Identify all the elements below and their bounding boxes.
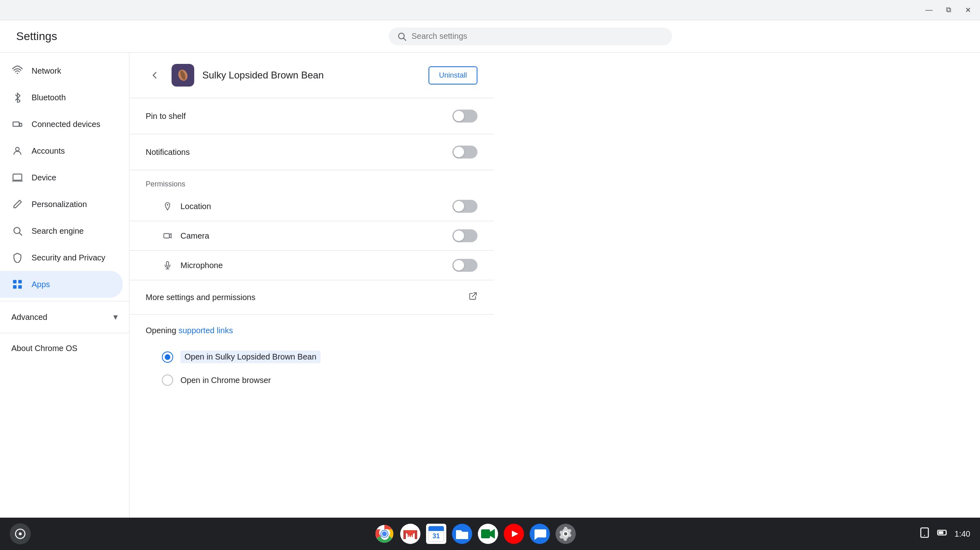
taskbar-app-chrome[interactable] xyxy=(373,522,396,545)
camera-label: Camera xyxy=(180,231,209,241)
svg-line-1 xyxy=(404,38,406,40)
battery-icon[interactable] xyxy=(937,527,948,541)
sidebar-item-bluetooth[interactable]: Bluetooth xyxy=(0,84,123,111)
svg-point-44 xyxy=(924,535,925,536)
radio-dot-app xyxy=(165,354,170,360)
search-bar[interactable] xyxy=(389,28,672,45)
sidebar-item-device[interactable]: Device xyxy=(0,164,123,191)
taskbar-app-youtube[interactable] xyxy=(503,522,525,545)
devices-icon xyxy=(11,118,23,130)
header: Settings xyxy=(0,20,980,53)
close-button[interactable]: ✕ xyxy=(962,4,974,16)
radio-circle-app xyxy=(162,351,173,363)
svg-line-8 xyxy=(19,233,22,235)
sidebar-divider xyxy=(0,301,129,301)
taskbar-app-files[interactable] xyxy=(451,522,473,545)
svg-rect-46 xyxy=(939,531,944,534)
sidebar-item-about[interactable]: About Chrome OS xyxy=(0,336,123,360)
window-controls: — ⧉ ✕ xyxy=(923,4,974,16)
svg-rect-38 xyxy=(481,529,490,538)
search-engine-icon xyxy=(11,225,23,237)
more-settings-label: More settings and permissions xyxy=(146,293,255,302)
toggle-thumb-location xyxy=(454,201,464,212)
main-content: Sulky Lopsided Brown Bean Uninstall Pin … xyxy=(129,53,980,518)
content-area: Network Bluetooth Con xyxy=(0,53,980,518)
sidebar-item-advanced[interactable]: Advanced ▾ xyxy=(0,305,129,330)
taskbar-app-meet[interactable] xyxy=(477,522,499,545)
sidebar-label-apps: Apps xyxy=(32,280,50,289)
pin-to-shelf-label: Pin to shelf xyxy=(146,112,186,121)
sidebar: Network Bluetooth Con xyxy=(0,53,129,518)
sidebar-item-network[interactable]: Network xyxy=(0,57,123,84)
taskbar-app-gmail[interactable]: M xyxy=(399,522,422,545)
radio-open-in-app[interactable]: Open in Sulky Lopsided Brown Bean xyxy=(146,345,477,369)
sidebar-item-security-privacy[interactable]: Security and Privacy xyxy=(0,244,123,271)
wifi-icon xyxy=(11,65,23,77)
app-name-heading: Sulky Lopsided Brown Bean xyxy=(202,70,428,81)
toggle-thumb-microphone xyxy=(454,260,464,271)
sidebar-label-search-engine: Search engine xyxy=(32,226,84,236)
pin-to-shelf-toggle[interactable] xyxy=(452,110,477,123)
microphone-permission-row: Microphone xyxy=(129,251,494,280)
sidebar-label-device: Device xyxy=(32,173,56,182)
back-button[interactable] xyxy=(146,66,163,84)
svg-text:31: 31 xyxy=(433,533,440,539)
sidebar-item-search-engine[interactable]: Search engine xyxy=(0,218,123,244)
supported-links-link[interactable]: supported links xyxy=(178,326,233,335)
notifications-label: Notifications xyxy=(146,148,190,157)
radio-open-in-chrome[interactable]: Open in Chrome browser xyxy=(146,369,477,391)
person-icon xyxy=(11,145,23,157)
svg-point-22 xyxy=(19,533,22,535)
location-icon xyxy=(162,202,173,211)
toggle-thumb-pin xyxy=(454,111,464,121)
minimize-button[interactable]: — xyxy=(923,4,935,16)
taskbar-app-calendar[interactable]: 31 xyxy=(425,522,448,545)
sidebar-label-about: About Chrome OS xyxy=(11,344,77,353)
svg-rect-4 xyxy=(19,123,21,127)
camera-icon xyxy=(162,231,173,240)
svg-rect-18 xyxy=(166,262,169,266)
svg-rect-9 xyxy=(13,280,17,283)
svg-point-42 xyxy=(564,532,567,535)
launcher-button[interactable] xyxy=(10,523,31,544)
notifications-toggle[interactable] xyxy=(452,146,477,159)
radio-label-chrome: Open in Chrome browser xyxy=(180,376,271,385)
titlebar: — ⧉ ✕ xyxy=(0,0,980,20)
svg-text:M: M xyxy=(407,531,413,539)
taskbar-left xyxy=(10,523,31,544)
taskbar-time: 1:40 xyxy=(955,529,970,539)
taskbar-app-settings[interactable] xyxy=(554,522,577,545)
microphone-toggle[interactable] xyxy=(452,259,477,272)
pin-to-shelf-row: Pin to shelf xyxy=(129,98,494,134)
sidebar-item-connected-devices[interactable]: Connected devices xyxy=(0,111,123,138)
shield-icon xyxy=(11,252,23,264)
microphone-icon xyxy=(162,261,173,270)
search-input[interactable] xyxy=(412,32,664,41)
svg-rect-10 xyxy=(18,280,22,283)
svg-point-16 xyxy=(167,204,168,206)
sidebar-item-apps[interactable]: Apps xyxy=(0,271,123,298)
maximize-button[interactable]: ⧉ xyxy=(943,4,954,16)
permissions-section-label: Permissions xyxy=(129,170,494,192)
notifications-row: Notifications xyxy=(129,134,494,170)
toggle-thumb-camera xyxy=(454,231,464,241)
tablet-icon[interactable] xyxy=(919,527,930,541)
sidebar-label-network: Network xyxy=(32,66,61,76)
svg-point-2 xyxy=(17,73,18,74)
bluetooth-icon xyxy=(11,91,23,104)
svg-rect-33 xyxy=(428,529,444,531)
chevron-down-icon: ▾ xyxy=(113,312,118,322)
camera-toggle[interactable] xyxy=(452,229,477,242)
sidebar-item-accounts[interactable]: Accounts xyxy=(0,138,123,164)
uninstall-button[interactable]: Uninstall xyxy=(428,66,477,85)
location-toggle[interactable] xyxy=(452,200,477,213)
svg-rect-6 xyxy=(13,174,22,180)
sidebar-item-personalization[interactable]: Personalization xyxy=(0,191,123,218)
taskbar-right: 1:40 xyxy=(919,527,970,541)
taskbar-app-chat[interactable] xyxy=(528,522,551,545)
permissions-section: Permissions Location xyxy=(129,170,494,280)
more-settings-row[interactable]: More settings and permissions xyxy=(129,280,494,315)
page-title: Settings xyxy=(16,30,97,43)
radio-label-app: Open in Sulky Lopsided Brown Bean xyxy=(180,351,320,363)
opening-links-title: Opening supported links xyxy=(146,326,477,335)
